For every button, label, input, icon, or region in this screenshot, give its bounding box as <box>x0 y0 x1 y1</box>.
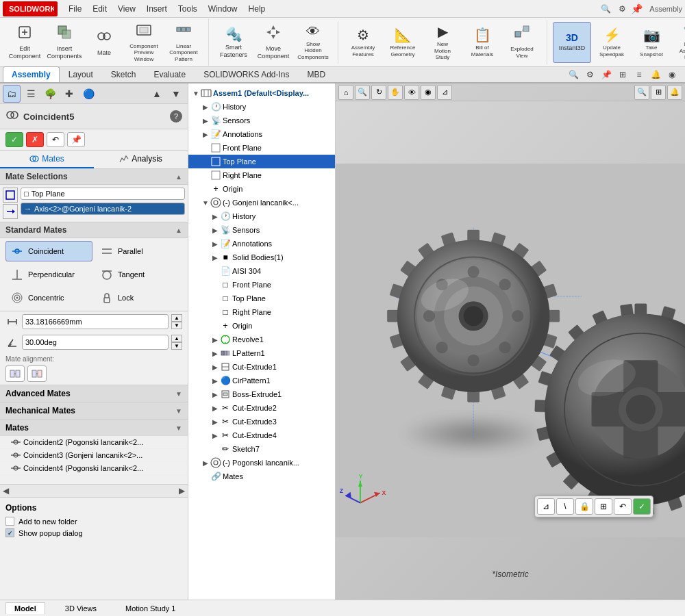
tree-item-22[interactable]: ▶ ✂ Cut-Extrude2 <box>188 401 335 415</box>
float-btn-4[interactable]: ↶ <box>614 498 632 515</box>
tree-item-1[interactable]: ▶ 📡 Sensors <box>188 114 335 127</box>
mechanical-mates-header[interactable]: Mechanical Mates ▼ <box>0 402 188 419</box>
tab-addins[interactable]: SOLIDWORKS Add-Ins <box>195 66 298 82</box>
menu-tools[interactable]: Tools <box>173 3 203 15</box>
selection-box-1[interactable] <box>3 188 18 203</box>
tree-toggle-8[interactable]: ▶ <box>210 211 220 221</box>
status-tab-model[interactable]: Model <box>5 602 45 614</box>
advanced-mates-toggle[interactable]: ▼ <box>175 390 182 398</box>
tree-item-20[interactable]: ▶ 🔵 CirPattern1 <box>188 374 335 387</box>
add-folder-checkbox[interactable] <box>5 517 14 526</box>
view-option1-icon[interactable]: ⊞ <box>615 67 630 82</box>
smart-fasteners-button[interactable]: 🔩 SmartFasteners <box>214 22 253 63</box>
mate-list-item-2[interactable]: Coincident4 (Pogonski lancanik<2... <box>0 462 188 475</box>
component-preview-button[interactable]: ComponentPreviewWindow <box>125 18 163 66</box>
selection-item-0[interactable]: □ Top Plane <box>21 188 185 200</box>
tree-toggle-24[interactable]: ▶ <box>210 431 220 440</box>
distance-down[interactable]: ▼ <box>171 322 182 329</box>
parallel-option[interactable]: Parallel <box>95 241 182 261</box>
float-btn-3[interactable]: ⊞ <box>595 498 612 515</box>
tree-item-19[interactable]: ▶ Cut-Extrude1 <box>188 360 335 374</box>
viewport[interactable]: ⌂ 🔍 ↻ ✋ 👁 ◉ ⊿ 🔍 ⊞ 🔔 <box>336 84 685 600</box>
tree-item-26[interactable]: ▶ (-) Pogonski lancanik... <box>188 456 335 470</box>
panel-icon-featuremanager[interactable]: 🗂 <box>3 85 21 103</box>
scroll-right[interactable]: ▶ <box>179 486 185 496</box>
menu-edit[interactable]: Edit <box>87 3 112 15</box>
tree-toggle-18[interactable]: ▶ <box>210 348 220 358</box>
show-hidden-button[interactable]: 👁 ShowHiddenComponents <box>294 21 332 64</box>
align-aligned-button[interactable] <box>5 365 25 382</box>
menu-insert[interactable]: Insert <box>141 3 173 15</box>
vp-display-icon[interactable]: ◉ <box>421 85 436 100</box>
tree-item-13[interactable]: □ Front Plane <box>188 278 335 292</box>
update-speedpak-button[interactable]: ⚡ UpdateSpeedpak <box>593 22 631 63</box>
angle-down[interactable]: ▼ <box>171 342 182 350</box>
tree-toggle-7[interactable]: ▼ <box>201 198 210 207</box>
tree-toggle-26[interactable]: ▶ <box>201 458 210 467</box>
float-btn-5[interactable]: ✓ <box>633 498 651 515</box>
search-icon[interactable]: 🔍 <box>598 1 613 16</box>
tree-item-9[interactable]: ▶ 📡 Sensors <box>188 223 335 237</box>
distance-up[interactable]: ▲ <box>171 314 182 322</box>
vp-setting1-icon[interactable]: 🔍 <box>634 85 649 100</box>
tree-item-8[interactable]: ▶ 🕐 History <box>188 209 335 223</box>
selection-item-1[interactable]: → Axis<2>@Gonjeni lancanik-2 <box>21 203 185 215</box>
view-option3-icon[interactable]: 🔔 <box>648 67 663 82</box>
vp-zoom-icon[interactable]: 🔍 <box>355 85 370 100</box>
vp-setting3-icon[interactable]: 🔔 <box>667 85 682 100</box>
standard-mates-header[interactable]: Standard Mates ▲ <box>0 222 188 238</box>
options-icon[interactable]: ⚙ <box>614 1 630 16</box>
take-snapshot-button[interactable]: 📷 TakeSnapshot <box>632 22 671 63</box>
view-option4-icon[interactable]: ◉ <box>664 67 680 82</box>
float-btn-0[interactable]: ⊿ <box>537 498 555 515</box>
panel-icon-propertymanager[interactable]: ☰ <box>22 85 40 103</box>
tree-toggle-0[interactable]: ▶ <box>201 102 210 112</box>
selection-box-2[interactable] <box>3 204 18 219</box>
tree-item-12[interactable]: 📄 AISI 304 <box>188 264 335 278</box>
mate-list-item-0[interactable]: Coincident2 (Pogonski lancanik<2... <box>0 436 188 449</box>
mate-help-button[interactable]: ? <box>170 110 182 123</box>
tree-item-4[interactable]: Top Plane <box>188 155 335 168</box>
tree-item-21[interactable]: ▶ Boss-Extrude1 <box>188 387 335 401</box>
status-tab-3dviews[interactable]: 3D Views <box>56 602 105 615</box>
tab-layout[interactable]: Layout <box>60 66 102 82</box>
move-component-button[interactable]: MoveComponent <box>254 21 292 64</box>
tree-item-17[interactable]: ▶ Revolve1 <box>188 333 335 346</box>
tab-sketch[interactable]: Sketch <box>102 66 145 82</box>
concentric-option[interactable]: Concentric <box>5 287 92 308</box>
tree-root[interactable]: ▼ Assem1 (Default<Display... <box>188 86 335 100</box>
vp-pan-icon[interactable]: ✋ <box>388 85 403 100</box>
tree-item-2[interactable]: ▶ 📝 Annotations <box>188 127 335 141</box>
tree-toggle-2[interactable]: ▶ <box>201 129 210 139</box>
tree-item-7[interactable]: ▼ (-) Gonjeni lancanik<... <box>188 196 335 209</box>
tree-item-25[interactable]: ✏ Sketch7 <box>188 442 335 456</box>
pin-button[interactable]: 📌 <box>67 132 85 147</box>
vp-filter-icon[interactable]: ⊿ <box>437 85 452 100</box>
tree-item-10[interactable]: ▶ 📝 Annotations <box>188 237 335 251</box>
show-popup-checkbox[interactable]: ✓ <box>5 528 14 537</box>
mates-tab[interactable]: Mates <box>0 151 94 168</box>
align-anti-aligned-button[interactable] <box>27 365 47 382</box>
tree-item-23[interactable]: ▶ ✂ Cut-Extrude3 <box>188 415 335 428</box>
float-btn-1[interactable]: \ <box>556 498 574 515</box>
tree-toggle-1[interactable]: ▶ <box>201 116 210 125</box>
tree-toggle-22[interactable]: ▶ <box>210 403 220 413</box>
tree-toggle-21[interactable]: ▶ <box>210 389 220 399</box>
exploded-view-button[interactable]: ExplodedView <box>503 21 541 62</box>
accept-button[interactable]: ✓ <box>5 132 23 147</box>
tab-mbd[interactable]: MBD <box>299 66 335 82</box>
panel-icon-expand[interactable]: ▲ <box>148 85 166 103</box>
advanced-mates-header[interactable]: Advanced Mates ▼ <box>0 385 188 402</box>
tree-item-15[interactable]: □ Right Plane <box>188 305 335 319</box>
large-assembly-mode-button[interactable]: 🔧 LargeAssemblyMode <box>672 20 685 64</box>
perpendicular-option[interactable]: Perpendicular <box>5 264 92 285</box>
distance-input[interactable] <box>22 314 169 329</box>
mates-list-header[interactable]: Mates ▼ <box>0 420 188 436</box>
tab-evaluate[interactable]: Evaluate <box>145 66 195 82</box>
vp-view-icon[interactable]: 👁 <box>404 85 419 100</box>
tree-item-0[interactable]: ▶ 🕐 History <box>188 100 335 114</box>
tree-toggle-10[interactable]: ▶ <box>210 239 220 248</box>
edit-component-button[interactable]: EditComponent <box>5 21 44 64</box>
mate-list-item-1[interactable]: Coincident3 (Gonjeni lancanik<2>... <box>0 449 188 462</box>
tree-item-6[interactable]: + Origin <box>188 182 335 196</box>
